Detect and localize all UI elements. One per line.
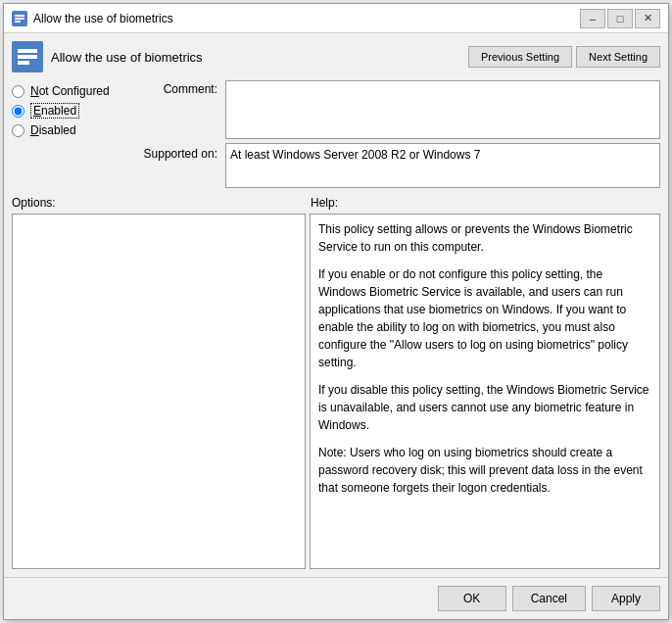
options-panel [12,214,306,569]
help-para-2: If you enable or do not configure this p… [318,265,651,371]
panels-labels: Options: Help: [12,196,660,210]
radio-not-configured-label: Not Configured [30,84,110,98]
radio-not-configured[interactable]: Not Configured [12,84,129,98]
cancel-button[interactable]: Cancel [512,586,586,611]
minimize-button[interactable]: – [580,9,605,28]
supported-text: At least Windows Server 2008 R2 or Windo… [230,148,480,162]
radio-enabled-label: Enabled [30,103,79,119]
radio-enabled-input[interactable] [12,105,24,118]
svg-rect-2 [15,18,24,20]
help-panel: This policy setting allows or prevents t… [310,214,660,569]
supported-section: Supported on: At least Windows Server 20… [137,143,660,188]
svg-rect-6 [18,55,37,59]
radio-disabled-input[interactable] [12,124,24,137]
radio-disabled-label: Disabled [30,123,76,137]
options-panel-label: Options: [12,196,311,210]
header-row: Allow the use of biometrics Previous Set… [12,41,660,72]
svg-rect-1 [15,15,24,17]
footer: OK Cancel Apply [4,577,668,619]
ok-button[interactable]: OK [438,586,506,611]
svg-rect-7 [18,61,29,65]
apply-button[interactable]: Apply [592,586,660,611]
maximize-button[interactable]: □ [607,9,633,28]
help-para-3: If you disable this policy setting, the … [318,381,651,434]
close-button[interactable]: ✕ [635,9,660,28]
window-icon [12,11,27,26]
help-para-1: This policy setting allows or prevents t… [318,220,651,256]
title-bar-controls: – □ ✕ [580,9,660,28]
next-setting-button[interactable]: Next Setting [576,46,660,68]
panels-row: Options: Help: This policy setting allow… [12,196,660,569]
comment-label: Comment: [137,80,225,96]
svg-rect-5 [18,49,37,53]
comment-input[interactable] [225,80,660,139]
title-bar: Allow the use of biometrics – □ ✕ [4,4,668,33]
window-title: Allow the use of biometrics [33,12,580,25]
radio-disabled[interactable]: Disabled [12,123,129,137]
content-area: Allow the use of biometrics Previous Set… [4,33,668,577]
help-panel-label: Help: [311,196,660,210]
header-title: Allow the use of biometrics [51,50,468,65]
panels-content: This policy setting allows or prevents t… [12,214,660,569]
main-window: Allow the use of biometrics – □ ✕ Allow … [3,3,669,620]
radio-enabled[interactable]: Enabled [12,103,129,119]
help-para-4: Note: Users who log on using biometrics … [318,444,651,497]
header-buttons: Previous Setting Next Setting [468,46,660,68]
supported-label: Supported on: [137,143,225,161]
header-icon [12,41,43,72]
comment-section: Comment: [137,80,660,139]
prev-setting-button[interactable]: Previous Setting [468,46,572,68]
radio-not-configured-input[interactable] [12,85,24,98]
supported-box: At least Windows Server 2008 R2 or Windo… [225,143,660,188]
svg-rect-3 [15,21,21,23]
